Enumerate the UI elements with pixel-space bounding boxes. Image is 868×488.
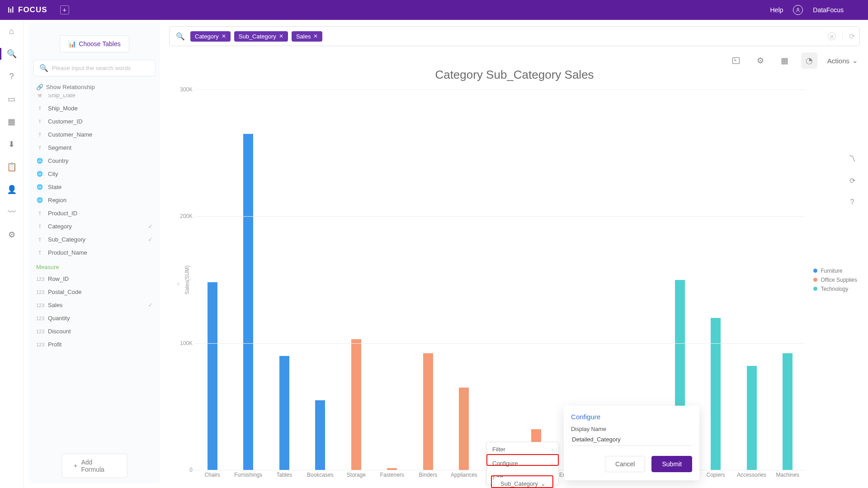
pill-remove-icon[interactable]: ✕ [279, 33, 283, 39]
clear-query-icon[interactable] [828, 32, 836, 40]
show-relationship-toggle[interactable]: 🔗 Show Relationship [33, 76, 156, 94]
legend-item[interactable]: Office Supplies [813, 275, 858, 284]
field-row[interactable]: T Customer_ID [33, 115, 156, 128]
user-avatar-icon[interactable] [793, 5, 803, 15]
field-row[interactable]: 🌐 Country [33, 154, 156, 167]
pill-remove-icon[interactable]: ✕ [313, 33, 318, 39]
field-row[interactable]: 123 Quantity [33, 312, 156, 325]
rail-home-icon[interactable]: ⌂ [7, 26, 17, 36]
display-name-input[interactable] [571, 432, 692, 446]
rail-table-icon[interactable]: ▦ [7, 117, 17, 127]
x-tick: Bookcases [307, 472, 334, 478]
refresh-query-icon[interactable]: ⟳ [849, 32, 855, 41]
rail-settings-icon[interactable]: ⚙ [7, 230, 17, 240]
field-row[interactable]: 123 Postal_Code [33, 285, 156, 298]
submit-button[interactable]: Submit [651, 456, 692, 472]
fields-list: 📅 Ship_Date T Ship_Mode T Customer_ID T … [33, 94, 156, 456]
axis-menu-configure[interactable]: Configure › [487, 456, 558, 470]
pill-remove-icon[interactable]: ✕ [222, 33, 226, 39]
expand-axis-icon[interactable]: › [177, 280, 179, 287]
field-row[interactable]: T Customer_Name [33, 128, 156, 141]
choose-tables-label: Choose Tables [79, 40, 120, 47]
cancel-button[interactable]: Cancel [605, 456, 646, 472]
legend-item[interactable]: Technology [813, 284, 858, 294]
grid-view-icon[interactable]: ▦ [777, 52, 793, 69]
type-icon: T [36, 119, 43, 124]
bar[interactable] [315, 400, 325, 470]
type-icon: 123 [36, 342, 43, 347]
query-pill[interactable]: Sub_Category✕ [234, 31, 288, 42]
legend-item[interactable]: Furniture [813, 266, 858, 275]
show-relationship-label: Show Relationship [46, 84, 95, 90]
axis-menu-configure-label: Configure [492, 460, 518, 467]
field-row[interactable]: T Product_ID [33, 207, 156, 220]
check-icon: ✓ [148, 302, 153, 308]
add-formula-label: Add Formula [81, 459, 117, 473]
chart-type-pie-icon[interactable]: ◔ [801, 52, 817, 69]
field-label: Row_ID [48, 275, 69, 282]
y-axis-label: Sales(SUM) [184, 265, 190, 294]
bar[interactable] [459, 388, 469, 470]
field-row[interactable]: T Sub_Category ✓ [33, 233, 156, 246]
bar[interactable] [711, 318, 721, 470]
query-pill[interactable]: Sales✕ [292, 31, 323, 42]
topbar: FOCUS + Help DataFocus [0, 0, 868, 20]
type-icon: T [36, 145, 43, 151]
query-pill[interactable]: Category✕ [190, 31, 231, 42]
rail-user-icon[interactable]: 👤 [7, 185, 17, 194]
field-search-input[interactable] [52, 65, 150, 71]
pill-label: Sales [296, 33, 311, 40]
type-icon: 🌐 [36, 158, 43, 164]
field-row[interactable]: 🌐 State [33, 180, 156, 194]
field-row[interactable]: 123 Sales ✓ [33, 298, 156, 312]
bar[interactable] [279, 356, 289, 470]
add-formula-button[interactable]: ＋ Add Formula [62, 454, 127, 478]
x-tick: Fasteners [380, 472, 404, 478]
bar[interactable] [783, 353, 793, 470]
rail-activity-icon[interactable]: 〰 [7, 207, 17, 217]
config-gear-icon[interactable]: ⚙ [752, 52, 769, 69]
svg-rect-1 [10, 9, 11, 13]
reload-icon[interactable]: ⟳ [847, 175, 857, 185]
field-row[interactable]: 123 Discount [33, 325, 156, 338]
spotiq-icon[interactable] [728, 52, 744, 69]
type-icon: 123 [36, 289, 43, 295]
field-search[interactable]: 🔍 [33, 60, 156, 76]
help-link[interactable]: Help [770, 6, 783, 14]
rail-clipboard-icon[interactable]: 📋 [7, 162, 17, 172]
field-label: Customer_ID [48, 118, 83, 125]
field-row[interactable]: T Ship_Mode [33, 102, 156, 115]
bar[interactable] [747, 366, 757, 470]
brand[interactable]: FOCUS [7, 5, 47, 14]
field-row[interactable]: T Product_Name [33, 246, 156, 259]
x-axis-pill[interactable]: Sub_Category ⌄ [494, 477, 552, 488]
field-row[interactable]: T Segment [33, 141, 156, 154]
measure-section-head: Measure [33, 259, 156, 272]
rail-pinboard-icon[interactable]: ▭ [7, 94, 17, 104]
bar[interactable] [351, 339, 361, 470]
x-tick: Binders [419, 472, 438, 478]
field-label: Customer_Name [48, 131, 92, 138]
actions-dropdown[interactable]: Actions ⌄ [826, 54, 860, 67]
bar[interactable] [243, 134, 253, 470]
info-icon[interactable]: ? [847, 197, 857, 207]
rail-search-icon[interactable]: 🔍 [7, 49, 17, 59]
rail-download-icon[interactable]: ⬇ [7, 139, 17, 149]
trend-line-icon[interactable]: 〽 [847, 154, 857, 164]
type-icon: 123 [36, 316, 43, 321]
bar[interactable] [208, 282, 217, 470]
field-row[interactable]: 📅 Ship_Date [33, 94, 156, 102]
axis-menu-filter[interactable]: Filter › [487, 442, 558, 456]
choose-tables-button[interactable]: 📊 Choose Tables [60, 35, 129, 52]
field-row[interactable]: 123 Profit [33, 338, 156, 351]
bar[interactable] [423, 353, 433, 470]
user-name[interactable]: DataFocus [813, 6, 844, 14]
field-row[interactable]: 🌐 Region [33, 194, 156, 207]
rail-help-icon[interactable]: ? [7, 71, 17, 81]
field-row[interactable]: T Category ✓ [33, 220, 156, 233]
left-rail: ⌂ 🔍 ? ▭ ▦ ⬇ 📋 👤 〰 ⚙ [0, 20, 24, 488]
field-row[interactable]: 123 Row_ID [33, 272, 156, 285]
new-tab-button[interactable]: + [60, 5, 69, 14]
query-bar[interactable]: 🔍 Category✕ Sub_Category✕ Sales✕ ⟳ [169, 26, 860, 46]
field-row[interactable]: 🌐 City [33, 167, 156, 180]
